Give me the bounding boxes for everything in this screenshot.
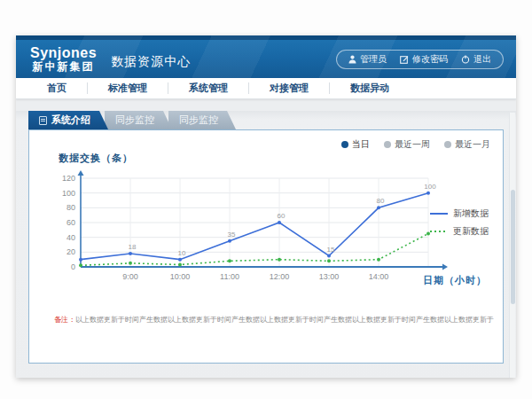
svg-text:10: 10 xyxy=(178,249,186,257)
tab-label: 同步监控 xyxy=(179,111,218,129)
radio-option-3[interactable]: 最近一月 xyxy=(444,138,490,151)
tab-label: 系统介绍 xyxy=(51,111,90,129)
svg-text:14:00: 14:00 xyxy=(369,272,389,281)
nav-item-5[interactable]: 数据异动 xyxy=(330,82,410,94)
svg-text:12:00: 12:00 xyxy=(270,272,290,281)
nav-item-2[interactable]: 标准管理 xyxy=(88,82,168,94)
scrollbar-thumb[interactable] xyxy=(511,190,515,305)
footnote: 备注：以上数据更新于时间产生数据以上数据更新于时间产生数据以上数据更新于时间产生… xyxy=(54,315,494,325)
svg-text:20: 20 xyxy=(66,247,75,256)
brand-logo-en: Synjones xyxy=(30,46,97,61)
legend-item-1: 新增数据 xyxy=(430,205,489,223)
legend-label: 新增数据 xyxy=(453,207,489,220)
legend-label: 更新数据 xyxy=(453,225,489,238)
brand-logo[interactable]: Synjones 新中新集团 xyxy=(30,46,97,72)
svg-text:60: 60 xyxy=(66,218,75,227)
radio-label: 最近一月 xyxy=(455,138,490,151)
document-icon xyxy=(39,116,47,125)
svg-text:80: 80 xyxy=(66,203,75,212)
power-icon xyxy=(461,55,470,64)
svg-text:40: 40 xyxy=(66,233,75,242)
radio-dot xyxy=(341,141,348,148)
user-icon xyxy=(348,55,356,64)
logout-label: 退出 xyxy=(473,53,491,66)
edit-icon xyxy=(400,55,409,64)
user-name-label: 管理员 xyxy=(360,53,387,66)
change-password-label: 修改密码 xyxy=(412,53,448,66)
range-filter: 当日最近一周最近一月 xyxy=(341,138,490,151)
change-password-button[interactable]: 修改密码 xyxy=(400,53,448,66)
tab-2[interactable]: 同步监控 xyxy=(105,111,172,129)
legend-swatch xyxy=(430,229,448,234)
chart-panel: 当日最近一周最近一月 数据交换（条） 0204060801001209:0010… xyxy=(28,129,504,364)
svg-text:80: 80 xyxy=(377,197,385,205)
page: Synjones 新中新集团 数据资源中心 管理员 修改密码 xyxy=(0,0,532,399)
radio-label: 最近一周 xyxy=(395,138,430,151)
tab-1[interactable]: 系统介绍 xyxy=(28,111,108,129)
line-chart: 0204060801001209:0010:0011:0012:0013:001… xyxy=(47,168,451,290)
tab-label: 同步监控 xyxy=(115,111,154,129)
tab-bar: 系统介绍同步监控同步监控 xyxy=(28,111,516,129)
main-nav: 首页标准管理系统管理对接管理数据异动 xyxy=(16,78,516,99)
logout-button[interactable]: 退出 xyxy=(461,53,491,66)
svg-text:120: 120 xyxy=(62,174,75,183)
nav-item-4[interactable]: 对接管理 xyxy=(249,82,330,94)
legend-swatch xyxy=(430,211,448,216)
nav-item-1[interactable]: 首页 xyxy=(27,82,88,94)
page-title: 数据资源中心 xyxy=(111,49,191,70)
radio-dot xyxy=(444,141,451,148)
svg-text:100: 100 xyxy=(62,189,75,198)
app-header: Synjones 新中新集团 数据资源中心 管理员 修改密码 xyxy=(16,35,516,78)
svg-text:35: 35 xyxy=(228,231,236,239)
svg-text:11:00: 11:00 xyxy=(220,272,239,281)
y-axis-title: 数据交换（条） xyxy=(59,152,133,165)
svg-text:10:00: 10:00 xyxy=(170,272,191,281)
chart-legend: 新增数据更新数据 xyxy=(430,205,489,240)
svg-text:13:00: 13:00 xyxy=(319,272,340,281)
nav-item-3[interactable]: 系统管理 xyxy=(168,82,249,94)
svg-text:60: 60 xyxy=(278,212,286,220)
radio-option-2[interactable]: 最近一周 xyxy=(384,138,430,151)
svg-text:9:00: 9:00 xyxy=(122,272,138,281)
app-window: Synjones 新中新集团 数据资源中心 管理员 修改密码 xyxy=(16,35,516,378)
legend-item-2: 更新数据 xyxy=(430,223,489,240)
radio-option-1[interactable]: 当日 xyxy=(341,138,370,151)
svg-text:15: 15 xyxy=(327,246,335,254)
scrollbar[interactable] xyxy=(509,113,515,378)
user-toolbar: 管理员 修改密码 退出 xyxy=(336,50,504,69)
radio-dot xyxy=(384,141,391,148)
brand-logo-cn: 新中新集团 xyxy=(30,61,97,73)
x-axis-title: 日期（小时） xyxy=(423,274,487,287)
svg-text:18: 18 xyxy=(129,243,137,251)
footnote-prefix: 备注： xyxy=(54,316,75,324)
tab-3[interactable]: 同步监控 xyxy=(168,111,236,129)
svg-text:0: 0 xyxy=(71,262,75,271)
footnote-text: 以上数据更新于时间产生数据以上数据更新于时间产生数据以上数据更新于时间产生数据以… xyxy=(75,316,494,324)
content-area: 系统介绍同步监控同步监控 当日最近一周最近一月 数据交换（条） 02040608… xyxy=(16,111,516,378)
radio-label: 当日 xyxy=(352,138,370,151)
user-menu[interactable]: 管理员 xyxy=(348,53,387,66)
svg-text:100: 100 xyxy=(424,183,436,191)
